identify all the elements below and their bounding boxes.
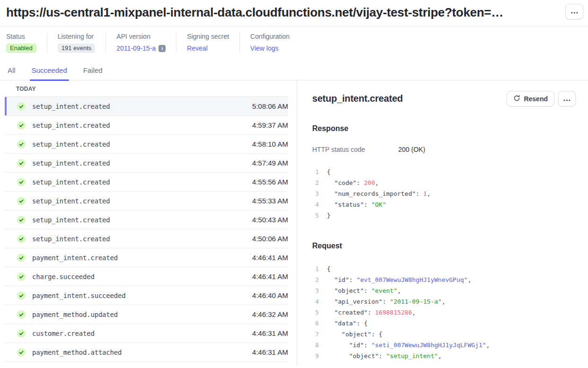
event-row[interactable]: payment_method.attached4:46:31 AM xyxy=(5,343,288,362)
resend-button-label: Resend xyxy=(524,95,548,103)
code-line: 2 "code": 200, xyxy=(312,177,576,188)
event-row[interactable]: payment_intent.succeeded4:46:40 AM xyxy=(5,286,288,305)
meta-label: Listening for xyxy=(58,33,96,40)
success-check-icon xyxy=(17,102,26,111)
selected-accent-bar xyxy=(5,173,7,191)
event-row[interactable]: setup_intent.created4:55:33 AM xyxy=(5,192,288,210)
reveal-link[interactable]: Reveal xyxy=(187,44,208,52)
event-row[interactable]: setup_intent.created4:50:06 AM xyxy=(5,229,288,248)
selected-accent-bar xyxy=(5,267,7,286)
event-name: setup_intent.created xyxy=(32,122,246,129)
selected-accent-bar xyxy=(5,97,7,115)
success-check-icon xyxy=(17,272,26,281)
event-name: setup_intent.created xyxy=(32,216,246,224)
line-number: 3 xyxy=(312,188,319,199)
http-status-row: HTTP status code 200 (OK) xyxy=(312,146,576,153)
response-code-block: 1{2 "code": 200,3 "num_records_imported"… xyxy=(312,166,576,221)
code-text: { xyxy=(327,166,331,177)
detail-overflow-button[interactable] xyxy=(558,91,576,106)
resend-button[interactable]: Resend xyxy=(507,91,554,106)
event-time: 4:46:32 AM xyxy=(252,310,288,318)
request-code-block: 1{2 "id": "evt_007WewuJW8hgHJ1yWnevGPuq"… xyxy=(312,263,576,361)
code-line: 3 "num_records_imported": 1, xyxy=(312,188,576,199)
info-icon[interactable]: i xyxy=(158,45,166,52)
event-name: setup_intent.created xyxy=(32,159,246,167)
success-check-icon xyxy=(17,159,26,167)
line-number: 8 xyxy=(312,340,319,350)
event-row[interactable]: setup_intent.created4:59:37 AM xyxy=(5,116,288,135)
header-overflow-button[interactable] xyxy=(565,4,583,19)
event-name: setup_intent.created xyxy=(32,140,246,148)
line-number: 2 xyxy=(312,274,319,285)
code-text: } xyxy=(327,210,331,221)
meta-item-listening-for: Listening for191 events xyxy=(47,33,106,53)
event-time: 4:58:10 AM xyxy=(252,140,288,148)
selected-accent-bar xyxy=(5,154,7,172)
meta-label: Configuration xyxy=(250,33,290,40)
selected-accent-bar xyxy=(5,229,7,248)
tab-all[interactable]: All xyxy=(7,63,17,80)
event-name: setup_intent.created xyxy=(32,178,246,186)
event-time: 4:46:40 AM xyxy=(252,291,288,299)
event-name: setup_intent.created xyxy=(32,197,246,205)
status-badge: Enabled xyxy=(6,44,36,53)
event-row[interactable]: setup_intent.created4:55:56 AM xyxy=(5,173,288,192)
event-name: payment_intent.succeeded xyxy=(32,292,246,299)
code-text: { xyxy=(327,263,331,274)
line-number: 4 xyxy=(312,199,319,210)
event-name: payment_intent.created xyxy=(32,254,246,262)
code-line: 6 "data": { xyxy=(312,318,576,329)
line-number: 5 xyxy=(312,307,319,318)
meta-value: Enabled xyxy=(6,44,36,53)
code-text: "api_version": "2011-09-15-a", xyxy=(327,296,445,307)
success-check-icon xyxy=(17,310,26,319)
selected-accent-bar xyxy=(5,305,7,324)
meta-item-status: StatusEnabled xyxy=(0,33,47,53)
event-name: customer.created xyxy=(32,330,246,337)
line-number: 7 xyxy=(312,329,319,340)
meta-label: Signing secret xyxy=(187,33,229,40)
line-number: 5 xyxy=(312,210,319,221)
event-row[interactable]: setup_intent.created4:58:10 AM xyxy=(5,135,288,154)
code-text: "data": { xyxy=(327,318,368,329)
code-text: "created": 1698815286, xyxy=(327,307,416,318)
code-line: 7 "object": { xyxy=(312,329,576,340)
event-time: 4:57:49 AM xyxy=(252,159,288,167)
event-name: payment_method.attached xyxy=(32,349,246,356)
tab-failed[interactable]: Failed xyxy=(82,63,104,80)
event-time: 4:50:43 AM xyxy=(252,216,288,224)
line-number: 1 xyxy=(312,166,319,177)
selected-accent-bar xyxy=(5,324,7,342)
event-row[interactable]: setup_intent.created4:50:43 AM xyxy=(5,210,288,229)
code-text: "object": "setup_intent", xyxy=(327,350,442,361)
selected-accent-bar xyxy=(5,248,7,267)
line-number: 4 xyxy=(312,296,319,307)
endpoint-meta-row: StatusEnabledListening for191 eventsAPI … xyxy=(0,26,588,61)
meta-item-configuration: ConfigurationView logs xyxy=(239,33,300,53)
event-time: 4:46:31 AM xyxy=(252,348,288,356)
content-split: TODAY setup_intent.created5:08:06 AMsetu… xyxy=(0,80,588,366)
tab-succeeded[interactable]: Succeeded xyxy=(31,63,68,80)
event-group-label: TODAY xyxy=(5,80,288,97)
success-check-icon xyxy=(17,235,26,243)
event-list-panel: TODAY setup_intent.created5:08:06 AMsetu… xyxy=(0,80,297,366)
event-row[interactable]: setup_intent.created4:57:49 AM xyxy=(5,154,288,173)
event-time: 5:08:06 AM xyxy=(252,102,288,110)
event-list: TODAY setup_intent.created5:08:06 AMsetu… xyxy=(5,80,288,362)
selected-accent-bar xyxy=(5,135,7,153)
event-row[interactable]: setup_intent.created5:08:06 AM xyxy=(5,97,288,116)
event-row[interactable]: charge.succeeded4:46:41 AM xyxy=(5,267,288,286)
selected-accent-bar xyxy=(5,343,7,361)
success-check-icon xyxy=(17,348,26,357)
event-row[interactable]: payment_intent.created4:46:41 AM xyxy=(5,248,288,267)
page-header: https://us-central1-mixpanel-internal-da… xyxy=(0,0,588,26)
code-line: 1{ xyxy=(312,166,576,177)
2011-09-15-a-link[interactable]: 2011-09-15-a xyxy=(116,44,156,52)
event-time: 4:46:31 AM xyxy=(252,329,288,337)
event-row[interactable]: customer.created4:46:31 AM xyxy=(5,324,288,343)
status-badge: 191 events xyxy=(58,44,96,53)
code-line: 4 "api_version": "2011-09-15-a", xyxy=(312,296,576,307)
view-logs-link[interactable]: View logs xyxy=(250,44,279,52)
event-row[interactable]: payment_method.updated4:46:32 AM xyxy=(5,305,288,324)
code-line: 5 "created": 1698815286, xyxy=(312,307,576,318)
